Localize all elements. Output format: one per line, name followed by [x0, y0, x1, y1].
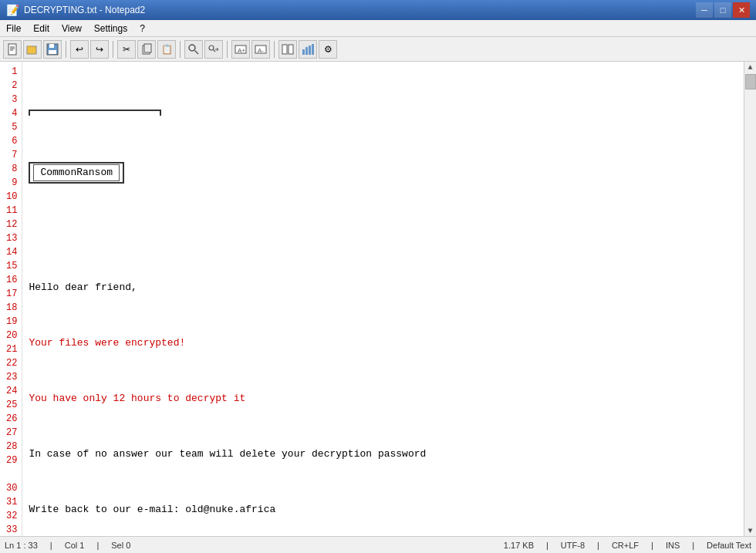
line-2: CommonRansom — [29, 162, 744, 184]
menu-help[interactable]: ? — [133, 20, 151, 36]
chart-button[interactable] — [299, 40, 317, 59]
cut-button[interactable]: ✂ — [117, 40, 136, 59]
menu-bar: File Edit View Settings ? — [0, 20, 756, 37]
undo-button[interactable]: ↩ — [70, 40, 89, 59]
line-4: Hello dear friend, — [29, 281, 744, 295]
replace-button[interactable] — [204, 40, 223, 59]
line-8: Write back to our e-mail: old@nuke.afric… — [29, 503, 744, 517]
editor-text[interactable]: CommonRansom Hello dear friend, Your fil… — [22, 62, 744, 536]
svg-rect-22 — [309, 46, 311, 55]
svg-line-11 — [195, 50, 199, 54]
svg-rect-4 — [27, 46, 36, 54]
open-button[interactable] — [23, 40, 42, 59]
status-sep-4: | — [597, 541, 599, 550]
close-button[interactable]: ✕ — [733, 2, 750, 18]
line-1 — [29, 106, 744, 120]
redo-button[interactable]: ↪ — [90, 40, 109, 59]
menu-edit[interactable]: Edit — [27, 20, 56, 36]
paste-button[interactable]: 📋 — [157, 40, 176, 59]
toolbar-separator-3 — [180, 41, 181, 58]
scrollbar-thumb[interactable] — [745, 74, 756, 89]
status-sep-1: | — [50, 541, 52, 550]
svg-point-12 — [209, 46, 214, 50]
svg-text:A-: A- — [258, 47, 264, 54]
line-3 — [29, 225, 744, 239]
settings-toolbar-button[interactable]: ⚙ — [319, 40, 337, 59]
svg-line-13 — [214, 49, 216, 52]
toolbar-separator-2 — [113, 41, 113, 58]
svg-text:A+: A+ — [238, 47, 245, 54]
minimize-button[interactable]: ─ — [696, 2, 713, 18]
copy-button[interactable] — [137, 40, 156, 59]
status-sep-2: | — [96, 541, 99, 550]
menu-file[interactable]: File — [0, 20, 27, 36]
svg-rect-0 — [8, 44, 16, 55]
status-sep-3: | — [546, 541, 548, 550]
status-ins: INS — [666, 541, 680, 550]
status-sep-6: | — [692, 541, 694, 550]
toolbar-separator-1 — [66, 41, 66, 58]
svg-rect-19 — [289, 45, 293, 54]
zoom-out-button[interactable]: A- — [251, 40, 270, 59]
status-sel: Sel 0 — [111, 541, 130, 550]
line-numbers: 1 2 3 4 5 6 7 8 9 10 11 12 13 14 15 16 1… — [0, 62, 22, 536]
status-col: Col 1 — [65, 541, 85, 550]
svg-rect-20 — [302, 49, 305, 55]
menu-settings[interactable]: Settings — [88, 20, 133, 36]
vertical-scrollbar[interactable]: ▲ ▼ — [744, 62, 756, 536]
svg-rect-7 — [49, 50, 56, 54]
svg-rect-6 — [49, 44, 54, 48]
app-icon: 📝 — [6, 4, 19, 16]
svg-rect-21 — [305, 47, 308, 55]
status-position: Ln 1 : 33 — [5, 541, 38, 550]
status-style: Default Text — [707, 541, 751, 550]
svg-rect-18 — [282, 45, 287, 54]
menu-view[interactable]: View — [56, 20, 88, 36]
status-encoding: UTF-8 — [561, 541, 585, 550]
find-button[interactable] — [184, 40, 203, 59]
svg-rect-9 — [144, 44, 151, 52]
window-controls: ─ □ ✕ — [696, 2, 750, 18]
line-7: In case of no answer our team will delet… — [29, 447, 744, 461]
status-size: 1.17 KB — [504, 541, 534, 550]
line-6: You have only 12 hours to decrypt it — [29, 392, 744, 406]
svg-rect-23 — [312, 44, 314, 55]
window-title: DECRYPTING.txt - Notepad2 — [24, 5, 145, 15]
save-button[interactable] — [43, 40, 62, 59]
toolbar-separator-4 — [227, 41, 228, 58]
title-bar: 📝 DECRYPTING.txt - Notepad2 ─ □ ✕ — [0, 0, 756, 20]
line-5: Your files were encrypted! — [29, 336, 744, 350]
view-button[interactable] — [278, 40, 297, 59]
zoom-in-button[interactable]: A+ — [231, 40, 250, 59]
toolbar: ↩ ↪ ✂ 📋 A+ A- ⚙ — [0, 37, 756, 62]
svg-point-10 — [189, 45, 195, 51]
maximize-button[interactable]: □ — [714, 2, 731, 18]
status-line-ending: CR+LF — [612, 541, 639, 550]
status-sep-5: | — [651, 541, 653, 550]
editor-container: 1 2 3 4 5 6 7 8 9 10 11 12 13 14 15 16 1… — [0, 62, 756, 536]
toolbar-separator-5 — [274, 41, 275, 58]
new-button[interactable] — [3, 40, 22, 59]
status-bar: Ln 1 : 33 | Col 1 | Sel 0 1.17 KB | UTF-… — [0, 536, 756, 553]
